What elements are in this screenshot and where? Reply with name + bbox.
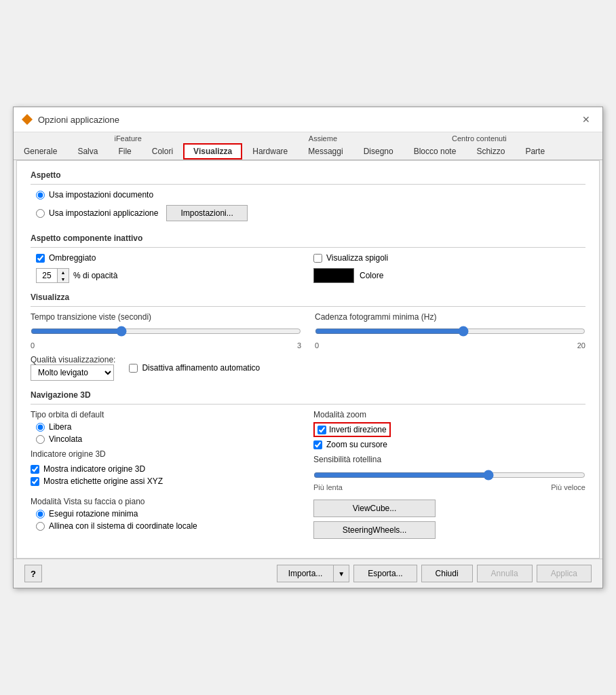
checkbox-mostra-indicatore[interactable] (31, 465, 39, 474)
checkbox-etichette-label: Mostra etichette origine assi XYZ (43, 476, 163, 486)
tab-group-ifeature: iFeature Generale Salva File Colori Visu… (14, 132, 242, 159)
checkbox-affinamento[interactable] (129, 364, 138, 373)
tab-hardware[interactable]: Hardware (242, 143, 298, 159)
aspetto-componente-grid: Ombreggiato ▲ ▼ % di opacità (36, 253, 585, 283)
spinbox-down[interactable]: ▼ (58, 276, 69, 282)
sensibilita-slider[interactable] (313, 468, 585, 482)
checkbox-affinamento-item: Disattiva affinamento automatico (129, 363, 260, 373)
viewcube-button[interactable]: ViewCube... (313, 500, 436, 517)
aspetto-app-row: Usa impostazioni applicazione Impostazio… (36, 205, 585, 221)
tab-group-label-centro: Centro contenuti (404, 132, 555, 143)
speed-fast-label: Più veloce (551, 483, 585, 491)
sensibilita-section: Sensibilità rotellina Più lenta Più velo… (313, 455, 585, 491)
radio-vincolata[interactable] (36, 435, 45, 444)
indicatore-label: Indicatore origine 3D (31, 449, 303, 459)
import-group: Importa... ▼ (277, 565, 350, 582)
checkbox-zoom-cursore-item: Zoom su cursore (313, 440, 585, 449)
spinbox-up[interactable]: ▲ (58, 269, 69, 276)
annulla-button[interactable]: Annulla (477, 565, 533, 582)
tab-group-items-assieme: Hardware Messaggi Disegno (242, 143, 403, 159)
slider-viste-col: Tempo transizione viste (secondi) 0 3 (31, 312, 301, 350)
tab-file[interactable]: File (108, 143, 141, 159)
radio-libera[interactable] (36, 423, 45, 432)
radio-libera-label: Libera (49, 422, 71, 432)
spinbox-arrows: ▲ ▼ (57, 269, 69, 282)
import-arrow-button[interactable]: ▼ (333, 565, 349, 582)
radio-app[interactable] (36, 209, 45, 218)
main-content: Aspetto Usa impostazioni documento Usa i… (16, 160, 600, 559)
slider-fotogrammi-min: 0 (315, 341, 319, 350)
checkbox-ombreggiato-label: Ombreggiato (49, 253, 96, 263)
right-col: Visualizza spigoli Colore (313, 253, 585, 283)
radio-app-label: Usa impostazioni applicazione (49, 208, 158, 218)
radio-doc-label: Usa impostazioni documento (49, 190, 153, 200)
radio-doc-item: Usa impostazioni documento (36, 190, 585, 200)
left-col: Ombreggiato ▲ ▼ % di opacità (36, 253, 308, 283)
section-navigazione3d: Navigazione 3D Tipo orbita di default Li… (31, 390, 585, 539)
tab-messaggi[interactable]: Messaggi (298, 143, 353, 159)
radio-doc[interactable] (36, 191, 45, 200)
opacity-spinbox: ▲ ▼ (36, 268, 69, 283)
tab-group-centro: Centro contenuti Blocco note Schizzo Par… (404, 132, 555, 159)
checkbox-spigoli-item: Visualizza spigoli (313, 253, 585, 263)
visualizza-title: Visualizza (31, 293, 585, 302)
export-button[interactable]: Esporta... (353, 565, 417, 582)
close-button[interactable]: Chiudi (421, 565, 473, 582)
checkbox-ombreggiato[interactable] (36, 254, 45, 263)
steeringwheels-button[interactable]: SteeringWheels... (313, 521, 436, 539)
zoom-section: Modalità zoom Inverti direzione Zoom su … (313, 410, 585, 449)
checkbox-mostra-etichette[interactable] (31, 477, 39, 486)
tab-group-label-ifeature: iFeature (14, 132, 242, 143)
checkbox-inverti[interactable] (317, 426, 326, 434)
aspetto-divider (31, 184, 585, 185)
help-button[interactable]: ? (24, 565, 42, 582)
bottom-left: ? (24, 565, 42, 582)
impostazioni-button[interactable]: Impostazioni... (166, 205, 247, 221)
vista-section: Modalità Vista su faccia o piano Esegui … (31, 497, 303, 531)
bottom-right: Importa... ▼ Esporta... Chiudi Annulla A… (277, 565, 592, 582)
aspetto-componente-divider (31, 247, 585, 248)
slider-viste[interactable] (31, 324, 301, 338)
slider-fotogrammi-label: Cadenza fotogrammi minima (Hz) (315, 312, 585, 322)
aspetto-componente-title: Aspetto componente inattivo (31, 233, 585, 243)
checkbox-zoom-cursore[interactable] (313, 440, 322, 449)
tab-group-items-centro: Blocco note Schizzo Parte (404, 143, 555, 159)
import-button[interactable]: Importa... (277, 565, 334, 582)
slider-viste-max: 3 (297, 341, 301, 350)
checkbox-spigoli[interactable] (313, 254, 322, 263)
radio-allinea-item: Allinea con il sistema di coordinate loc… (36, 521, 303, 531)
close-dialog-button[interactable]: ✕ (578, 113, 594, 126)
checkbox-zoom-cursore-label: Zoom su cursore (326, 440, 387, 449)
radio-allinea[interactable] (36, 522, 45, 531)
inverti-checkbox-outlined: Inverti direzione (313, 422, 391, 437)
tab-visualizza[interactable]: Visualizza (183, 143, 242, 159)
radio-esegui[interactable] (36, 510, 45, 519)
modalita-vista-label: Modalità Vista su faccia o piano (31, 497, 303, 506)
orbita-section: Tipo orbita di default Libera Vincolata (31, 410, 303, 444)
tab-parte[interactable]: Parte (515, 143, 555, 159)
tab-blocconote[interactable]: Blocco note (404, 143, 467, 159)
slider-fotogrammi[interactable] (315, 324, 585, 338)
tab-schizzo[interactable]: Schizzo (466, 143, 515, 159)
applica-button[interactable]: Applica (537, 565, 592, 582)
tab-generale[interactable]: Generale (14, 143, 67, 159)
qualita-select[interactable]: Molto levigato Levigato Normale Grezzo (31, 364, 114, 381)
color-swatch[interactable] (313, 268, 354, 283)
color-label: Colore (360, 271, 383, 280)
slider-fotogrammi-col: Cadenza fotogrammi minima (Hz) 0 20 (315, 312, 585, 350)
nav3d-left: Tipo orbita di default Libera Vincolata (31, 410, 303, 539)
zoom-label: Modalità zoom (313, 410, 585, 419)
section-visualizza: Visualizza Tempo transizione viste (seco… (31, 293, 585, 381)
tab-groups: iFeature Generale Salva File Colori Visu… (14, 132, 602, 160)
radio-allinea-label: Allinea con il sistema di coordinate loc… (49, 521, 197, 531)
opacity-input[interactable] (37, 269, 57, 282)
radio-vincolata-label: Vincolata (49, 434, 82, 444)
quality-col: Qualità visualizzazione: Molto levigato … (31, 355, 115, 381)
tab-salva[interactable]: Salva (67, 143, 108, 159)
slider-fotogrammi-max: 20 (577, 341, 585, 350)
radio-esegui-item: Esegui rotazione minima (36, 509, 303, 519)
indicatore-section: Indicatore origine 3D Mostra indicatore … (31, 449, 303, 486)
tab-colori[interactable]: Colori (142, 143, 183, 159)
tab-disegno[interactable]: Disegno (353, 143, 404, 159)
app-icon (22, 114, 33, 125)
